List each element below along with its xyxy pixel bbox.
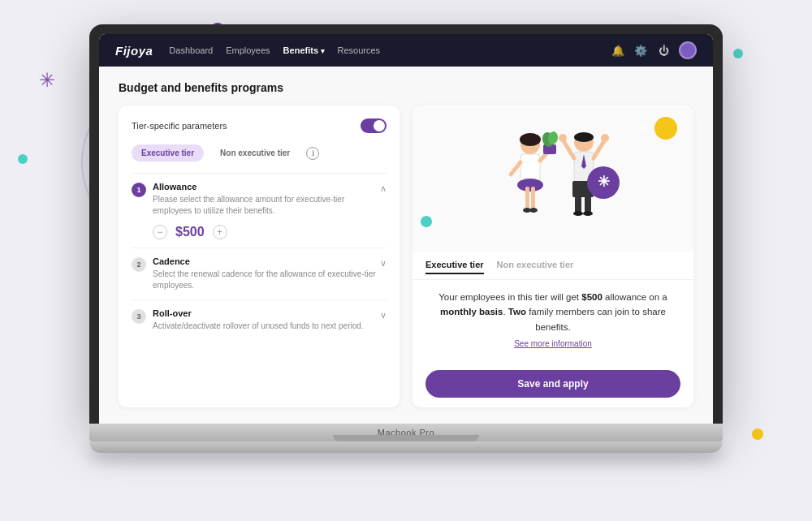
svg-rect-5 [531,187,535,209]
right-tab-executive[interactable]: Executive tier [425,260,484,274]
allowance-desc: Please select the allowance amount for e… [153,194,380,217]
allowance-chevron[interactable]: ∧ [380,183,387,194]
cadence-chevron[interactable]: ∨ [380,258,387,269]
tier-tabs: Executive tier Non executive tier ℹ [132,144,387,161]
svg-line-22 [563,140,574,158]
accordion-cadence: 2 Cadence Select the renewal cadence for… [132,248,387,299]
accordion-rollover-left: 3 Roll-over Activate/deactivate rollover… [132,308,364,332]
tier-toggle-row: Tier-specific parameters [132,118,387,133]
cadence-desc: Select the renewal cadence for the allow… [153,269,380,291]
yellow-circle-deco [654,117,677,140]
tab-executive[interactable]: Executive tier [132,144,204,161]
svg-line-8 [511,162,520,174]
accordion-cadence-text: Cadence Select the renewal cadence for t… [153,256,380,291]
cadence-title: Cadence [153,256,380,266]
svg-point-21 [583,211,593,216]
svg-rect-19 [585,195,591,213]
svg-rect-2 [520,154,540,183]
nav-dashboard[interactable]: Dashboard [169,45,213,55]
rollover-chevron[interactable]: ∨ [380,310,387,321]
allowance-row: − $500 + [132,225,387,239]
laptop-screen-outer: Fijoya Dashboard Employees Benefits Reso… [89,24,723,424]
step-badge-3: 3 [132,309,146,324]
rollover-desc: Activate/deactivate rollover of unused f… [153,321,364,332]
nav-employees[interactable]: Employees [226,45,270,55]
allowance-title: Allowance [153,182,380,192]
gear-icon[interactable]: ⚙️ [633,43,648,58]
celebration-illustration: ✳ [472,122,634,252]
right-tab-non-executive[interactable]: Non executive tier [497,260,574,274]
tier-toggle-switch[interactable] [361,118,387,133]
laptop-container: Fijoya Dashboard Employees Benefits Reso… [89,24,723,453]
accordion-cadence-header: 2 Cadence Select the renewal cadence for… [132,256,387,291]
step-badge-1: 1 [132,183,146,197]
laptop-screen: Fijoya Dashboard Employees Benefits Reso… [99,34,713,424]
illustration-area: ✳ [412,105,693,252]
svg-line-23 [594,140,605,158]
tier-info-icon[interactable]: ℹ [306,147,319,160]
laptop-chin [89,441,723,453]
accordion-rollover-header: 3 Roll-over Activate/deactivate rollover… [132,308,387,332]
accordion-allowance: 1 Allowance Please select the allowance … [132,173,387,248]
svg-rect-4 [525,187,529,209]
right-content: Your employees in this tier will get $50… [412,280,693,364]
nav-resources[interactable]: Resources [338,45,381,55]
laptop-base: Macbook Pro [89,424,723,441]
accordion-allowance-left: 1 Allowance Please select the allowance … [132,182,380,217]
svg-text:✳: ✳ [598,174,610,190]
accordion-cadence-left: 2 Cadence Select the renewal cadence for… [132,256,380,291]
deco-asterisk-1: ✳ [39,69,55,92]
nav-benefits[interactable]: Benefits [283,45,325,55]
accordion-rollover: 3 Roll-over Activate/deactivate rollover… [132,299,387,340]
right-tabs: Executive tier Non executive tier [412,252,693,280]
logo: Fijoya [115,44,153,58]
navbar: Fijoya Dashboard Employees Benefits Reso… [99,34,713,67]
deco-dot-teal-1 [733,49,743,58]
svg-rect-18 [575,195,581,213]
nav-links: Dashboard Employees Benefits Resources [169,45,594,55]
svg-point-20 [573,211,583,216]
page-title: Budget and benefits programs [119,81,693,94]
accordion-allowance-header: 1 Allowance Please select the allowance … [132,182,387,217]
navbar-icons: 🔔 ⚙️ ⏻ [611,41,697,59]
svg-point-25 [601,134,609,142]
deco-dot-2 [18,154,28,164]
increase-amount-button[interactable]: + [213,225,227,239]
tier-toggle-label: Tier-specific parameters [132,121,227,131]
teal-circle-deco [421,216,432,227]
svg-point-3 [517,179,543,192]
main-content: Budget and benefits programs Tier-specif… [99,67,713,424]
svg-point-7 [529,208,538,213]
rollover-title: Roll-over [153,308,364,318]
deco-dot-yellow-1 [752,428,763,440]
save-and-apply-button[interactable]: Save and apply [425,370,680,398]
power-icon[interactable]: ⏻ [656,43,671,58]
laptop-model-label: Macbook Pro [89,424,723,441]
tab-non-executive[interactable]: Non executive tier [210,144,300,161]
accordion-allowance-text: Allowance Please select the allowance am… [153,182,380,217]
user-avatar[interactable] [679,41,697,59]
see-more-link[interactable]: See more information [425,339,680,348]
summary-text: Your employees in this tier will get $50… [425,290,680,334]
decrease-amount-button[interactable]: − [153,225,167,239]
svg-point-14 [574,132,594,142]
left-panel: Tier-specific parameters Executive tier … [119,105,400,407]
step-badge-2: 2 [132,257,146,272]
svg-point-24 [559,134,567,142]
right-panel: ✳ Executive tier Non executive tier Your… [412,105,693,407]
content-grid: Tier-specific parameters Executive tier … [119,105,693,407]
svg-point-1 [520,133,541,146]
accordion-rollover-text: Roll-over Activate/deactivate rollover o… [153,308,364,332]
allowance-amount: $500 [175,225,205,239]
bell-icon[interactable]: 🔔 [611,43,625,58]
